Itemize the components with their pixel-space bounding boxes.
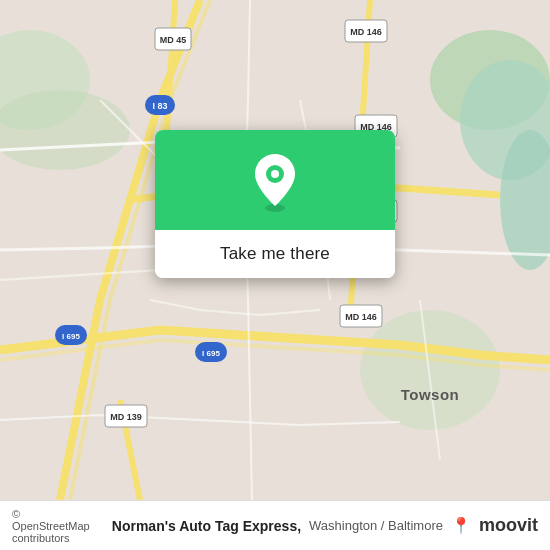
svg-text:I 695: I 695 [62, 332, 80, 341]
svg-point-6 [360, 310, 500, 430]
svg-text:MD 146: MD 146 [350, 27, 382, 37]
bottom-info: © OpenStreetMap contributors Norman's Au… [12, 508, 538, 544]
svg-text:MD 45: MD 45 [160, 35, 187, 45]
popup-header [155, 130, 395, 230]
svg-text:Towson: Towson [401, 386, 460, 403]
svg-text:I 83: I 83 [152, 101, 167, 111]
svg-point-28 [271, 170, 279, 178]
svg-text:MD 139: MD 139 [110, 412, 142, 422]
business-name: Norman's Auto Tag Express, [112, 518, 301, 534]
map-attribution: © OpenStreetMap contributors [12, 508, 96, 544]
svg-text:I 695: I 695 [202, 349, 220, 358]
take-me-there-button[interactable]: Take me there [155, 230, 395, 278]
moovit-logo-text: moovit [479, 515, 538, 536]
location-name: Washington / Baltimore [309, 518, 443, 533]
popup-card: Take me there [155, 130, 395, 278]
location-pin-icon [249, 152, 301, 212]
pin-emoji: 📍 [451, 516, 471, 535]
map-container[interactable]: MD 45 I 83 MD 146 MD 146 MD 146 MD 146 I… [0, 0, 550, 500]
svg-text:MD 146: MD 146 [345, 312, 377, 322]
moovit-branding: moovit [479, 515, 538, 536]
bottom-bar: © OpenStreetMap contributors Norman's Au… [0, 500, 550, 550]
